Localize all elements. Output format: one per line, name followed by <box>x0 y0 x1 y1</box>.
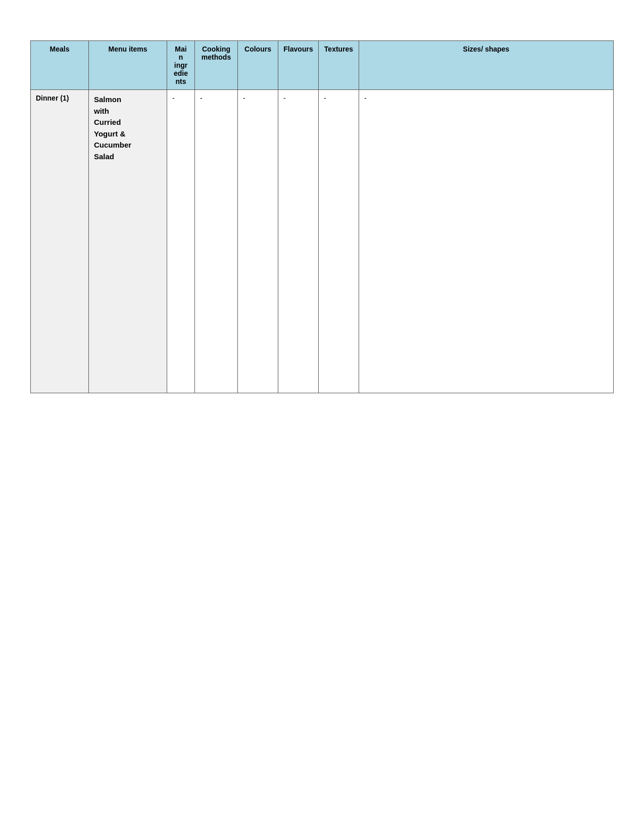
header-flavours: Flavours <box>278 41 319 90</box>
header-cooking-methods: Cooking methods <box>195 41 238 90</box>
menu-line5: Cucumber <box>94 141 131 149</box>
meal-label: Dinner (1) <box>31 90 89 393</box>
header-colours: Colours <box>238 41 278 90</box>
menu-line6: Salad <box>94 152 114 161</box>
header-textures: Textures <box>319 41 359 90</box>
cooking-methods-cell: - <box>195 90 238 393</box>
textures-cell: - <box>319 90 359 393</box>
page-container: Meals Menu items Mai n ingr edie nts Coo… <box>0 0 644 434</box>
flavours-cell: - <box>278 90 319 393</box>
header-row: Meals Menu items Mai n ingr edie nts Coo… <box>31 41 614 90</box>
header-sizes-shapes: Sizes/ shapes <box>359 41 614 90</box>
menu-line4: Yogurt & <box>94 129 125 138</box>
meal-planning-table: Meals Menu items Mai n ingr edie nts Coo… <box>30 40 614 393</box>
menu-line3: Curried <box>94 118 121 126</box>
sizes-shapes-cell: - <box>359 90 614 393</box>
menu-line2: with <box>94 107 109 115</box>
menu-item-cell: Salmon with Curried Yogurt & Cucumber Sa… <box>89 90 167 393</box>
header-main-ingredients: Mai n ingr edie nts <box>167 41 195 90</box>
header-menu-items: Menu items <box>89 41 167 90</box>
dinner-label: Dinner (1) <box>36 94 69 102</box>
main-ingredients-cell: - <box>167 90 195 393</box>
menu-line1: Salmon <box>94 95 121 104</box>
menu-item-text: Salmon with Curried Yogurt & Cucumber Sa… <box>94 94 162 162</box>
header-meals: Meals <box>31 41 89 90</box>
colours-cell: - <box>238 90 278 393</box>
table-row: Dinner (1) Salmon with Curried Yogurt & … <box>31 90 614 393</box>
